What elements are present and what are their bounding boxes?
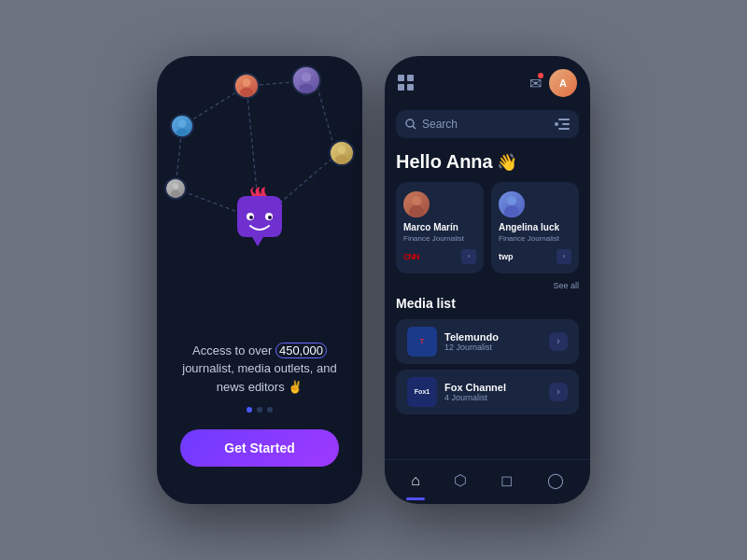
wave-emoji: 👋 (497, 152, 517, 173)
user-avatar[interactable]: A (549, 69, 577, 97)
angelina-name: Angelina luck (499, 222, 571, 232)
svg-point-19 (249, 216, 253, 219)
svg-point-13 (338, 146, 346, 154)
angelina-title: Finance Journalist (499, 234, 571, 244)
search-icon (405, 119, 416, 130)
grid-menu-icon[interactable] (398, 75, 415, 91)
search-left: Search (405, 118, 458, 131)
marco-media: CNN › (403, 249, 476, 264)
telemundo-arrow[interactable]: › (549, 332, 568, 351)
nav-profile[interactable]: ◯ (540, 469, 571, 491)
telemundo-count: 12 Journalist (444, 343, 542, 352)
journalist-card-marco[interactable]: Marco Marín Finance Journalist CNN › (396, 182, 484, 273)
marco-arrow[interactable]: › (461, 249, 476, 264)
telemundo-logo: T (407, 327, 437, 357)
svg-point-20 (268, 216, 272, 219)
fox-name: Fox Channel (444, 382, 542, 393)
filter-icon[interactable] (555, 119, 570, 130)
nav-active-indicator (406, 497, 425, 500)
top-bar: ✉ A (385, 56, 590, 105)
fox-info: Fox Channel 4 Journalist (444, 382, 542, 402)
network-area (157, 56, 362, 299)
highlight-number: 450,000 (275, 343, 327, 358)
svg-point-16 (171, 190, 180, 198)
left-phone: Access to over 450,000 journalist, media… (157, 56, 362, 504)
dot-3 (267, 407, 273, 413)
greeting-section: Hello Anna 👋 (385, 144, 590, 178)
svg-point-24 (409, 205, 424, 217)
svg-point-15 (173, 183, 179, 189)
telemundo-name: Telemundo (444, 331, 542, 343)
wp-logo: twp (499, 252, 514, 261)
svg-point-23 (412, 196, 421, 205)
network-avatar-3 (170, 114, 194, 138)
journalist-card-angelina[interactable]: Angelina luck Finance Journalist twp › (491, 182, 579, 273)
svg-point-21 (406, 119, 414, 127)
angelina-media: twp › (499, 249, 571, 264)
fox-logo: Fox1 (407, 377, 437, 407)
marco-title: Finance Journalist (403, 234, 476, 244)
svg-point-26 (504, 205, 519, 217)
svg-point-12 (176, 129, 188, 136)
svg-point-11 (178, 119, 186, 127)
marco-name: Marco Marín (403, 222, 476, 232)
messages-icon: ◻ (500, 471, 513, 489)
see-all-link[interactable]: See all (385, 277, 590, 292)
media-list-title: Media list (385, 292, 590, 316)
dot-2 (257, 407, 262, 413)
svg-point-8 (240, 88, 253, 97)
dot-1 (247, 407, 252, 413)
media-item-fox[interactable]: Fox1 Fox Channel 4 Journalist › (396, 370, 579, 414)
right-phone: ✉ A Search (385, 56, 590, 504)
mascot-icon (226, 187, 293, 254)
get-started-button[interactable]: Get Started (180, 429, 339, 467)
angelina-arrow[interactable]: › (557, 249, 571, 264)
nav-messages[interactable]: ◻ (493, 469, 520, 491)
network-avatar-4 (329, 140, 355, 166)
svg-point-9 (302, 72, 312, 82)
angelina-avatar (499, 191, 525, 217)
svg-point-7 (243, 78, 251, 87)
search-label: Search (422, 118, 458, 131)
notification-bell-icon[interactable]: ✉ (529, 75, 542, 92)
marco-avatar (403, 191, 430, 217)
shop-icon: ⬡ (454, 471, 467, 489)
svg-point-14 (335, 155, 348, 164)
nav-shop[interactable]: ⬡ (446, 469, 474, 491)
nav-home[interactable]: ⌂ (403, 470, 428, 491)
media-item-telemundo[interactable]: T Telemundo 12 Journalist › (396, 319, 579, 364)
network-avatar-5 (164, 177, 187, 200)
search-bar[interactable]: Search (396, 110, 579, 138)
network-avatar-2 (291, 65, 321, 95)
home-icon: ⌂ (411, 472, 420, 489)
journalist-cards: Marco Marín Finance Journalist CNN › Ang… (385, 178, 590, 277)
notification-badge (538, 73, 543, 78)
profile-icon: ◯ (547, 471, 564, 489)
greeting-text: Hello Anna (396, 151, 493, 173)
fox-arrow[interactable]: › (549, 383, 568, 401)
svg-line-22 (413, 126, 416, 129)
page-dots (247, 407, 273, 413)
network-avatar-1 (233, 73, 260, 99)
svg-point-10 (299, 84, 314, 94)
headline-text: Access to over 450,000 journalist, media… (163, 342, 355, 397)
telemundo-info: Telemundo 12 Journalist (444, 331, 542, 352)
cnn-logo: CNN (403, 252, 419, 261)
svg-point-25 (507, 196, 516, 205)
top-icons: ✉ A (529, 69, 577, 97)
fox-count: 4 Journalist (444, 393, 542, 402)
bottom-nav: ⌂ ⬡ ◻ ◯ (385, 459, 590, 504)
